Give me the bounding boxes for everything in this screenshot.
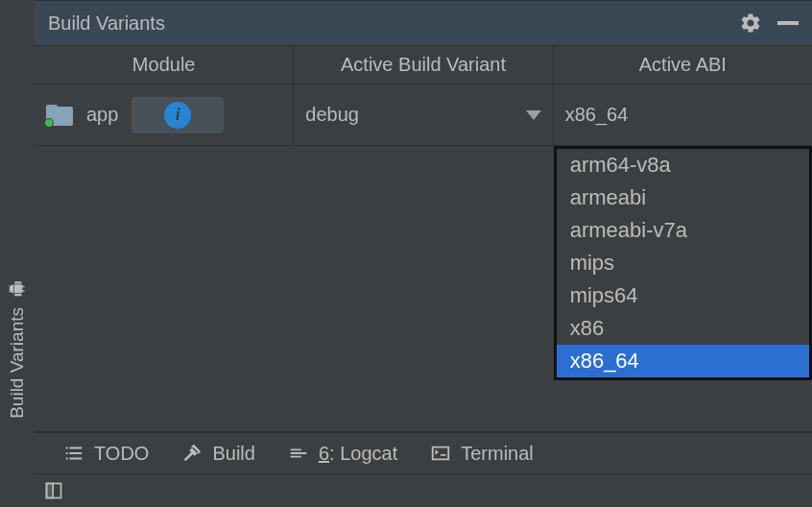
abi-option[interactable]: mips64 (557, 279, 809, 312)
tool-label: Terminal (461, 443, 534, 465)
active-abi-value: x86_64 (565, 104, 629, 126)
panel-actions (739, 12, 799, 35)
columns-header: Module Active Build Variant Active ABI (35, 46, 812, 84)
build-variant-value: debug (305, 104, 359, 126)
tool-terminal[interactable]: Terminal (430, 443, 534, 465)
module-name: app (86, 104, 118, 126)
status-bar (35, 474, 812, 507)
logcat-icon (288, 443, 309, 464)
active-abi-cell[interactable]: x86_64 arm64-v8aarmeabiarmeabi-v7amipsmi… (554, 84, 812, 145)
terminal-icon (430, 443, 451, 464)
chevron-down-icon (526, 110, 541, 120)
abi-option[interactable]: x86 (557, 312, 809, 345)
col-header-module: Module (35, 46, 294, 84)
panel-title: Build Variants (48, 12, 165, 35)
left-gutter: Build Variants (0, 0, 35, 507)
tool-todo[interactable]: TODO (63, 443, 149, 465)
abi-option[interactable]: arm64-v8a (557, 149, 809, 181)
abi-option[interactable]: x86_64 (557, 345, 809, 377)
android-icon (9, 280, 26, 298)
tool-label: 6: Logcat (319, 443, 397, 465)
gutter-tab-label: Build Variants (7, 307, 28, 419)
abi-option[interactable]: armeabi (557, 181, 809, 214)
gear-icon[interactable] (739, 12, 762, 35)
info-icon: i (164, 102, 191, 129)
module-info-chip[interactable]: i (131, 97, 224, 133)
tool-label: Build (212, 443, 254, 465)
svg-rect-1 (47, 484, 54, 498)
col-header-variant: Active Build Variant (294, 46, 553, 84)
window-layout-icon[interactable] (44, 481, 63, 500)
bottom-toolbar: TODO Build 6: Logcat Terminal (35, 432, 812, 474)
col-header-abi: Active ABI (554, 46, 812, 84)
module-folder-icon (46, 105, 73, 126)
tool-logcat[interactable]: 6: Logcat (288, 443, 397, 465)
build-variant-cell[interactable]: debug (294, 84, 553, 145)
table-row: app i debug x86_64 arm64-v8aarmeabiarmea… (35, 84, 812, 146)
abi-option[interactable]: mips (557, 247, 809, 279)
tool-build[interactable]: Build (181, 443, 254, 465)
todo-list-icon (63, 443, 84, 464)
main-area: Build Variants Module Active Build Varia… (35, 0, 812, 507)
tool-label: TODO (94, 443, 149, 465)
module-cell[interactable]: app i (35, 84, 294, 145)
gutter-tab-build-variants[interactable]: Build Variants (3, 269, 32, 430)
abi-dropdown: arm64-v8aarmeabiarmeabi-v7amipsmips64x86… (554, 146, 812, 380)
abi-option[interactable]: armeabi-v7a (557, 214, 809, 247)
panel-title-bar: Build Variants (35, 0, 812, 46)
hide-icon[interactable] (777, 21, 799, 25)
hammer-icon (181, 443, 203, 464)
